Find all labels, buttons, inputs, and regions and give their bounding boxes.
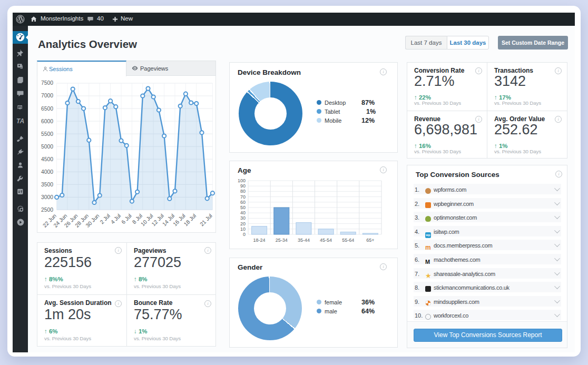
svg-text:20: 20 — [240, 221, 246, 226]
svg-text:6000: 6000 — [41, 119, 53, 124]
svg-text:5000: 5000 — [41, 144, 53, 150]
svg-text:25-34: 25-34 — [276, 238, 288, 243]
svg-text:70: 70 — [240, 194, 246, 200]
svg-text:65+: 65+ — [366, 238, 374, 243]
svg-text:18 Jul: 18 Jul — [183, 213, 197, 227]
svg-text:6500: 6500 — [41, 106, 53, 112]
svg-text:2 Jul: 2 Jul — [99, 213, 111, 225]
svg-text:5500: 5500 — [41, 131, 53, 137]
svg-text:50: 50 — [240, 205, 246, 210]
svg-text:4 Jul: 4 Jul — [110, 213, 122, 225]
svg-text:7500: 7500 — [41, 80, 53, 86]
svg-text:3500: 3500 — [41, 182, 53, 188]
svg-text:90: 90 — [240, 183, 246, 189]
svg-text:45-54: 45-54 — [320, 238, 332, 243]
svg-text:3000: 3000 — [41, 194, 53, 200]
svg-text:80: 80 — [240, 189, 246, 194]
svg-text:0: 0 — [243, 232, 246, 237]
svg-text:18-24: 18-24 — [253, 238, 266, 243]
svg-text:10: 10 — [240, 226, 246, 232]
svg-text:60: 60 — [240, 200, 246, 205]
svg-text:2500: 2500 — [41, 207, 53, 213]
svg-text:35-44: 35-44 — [298, 238, 310, 243]
svg-text:100: 100 — [238, 178, 246, 183]
svg-text:40: 40 — [240, 210, 246, 215]
svg-text:55-64: 55-64 — [342, 238, 354, 243]
svg-text:4500: 4500 — [41, 156, 53, 162]
svg-text:6 Jul: 6 Jul — [121, 213, 133, 225]
svg-text:4000: 4000 — [41, 169, 53, 175]
svg-text:7000: 7000 — [41, 93, 53, 98]
svg-text:30: 30 — [240, 215, 246, 221]
svg-text:21 Jul: 21 Jul — [199, 213, 213, 227]
